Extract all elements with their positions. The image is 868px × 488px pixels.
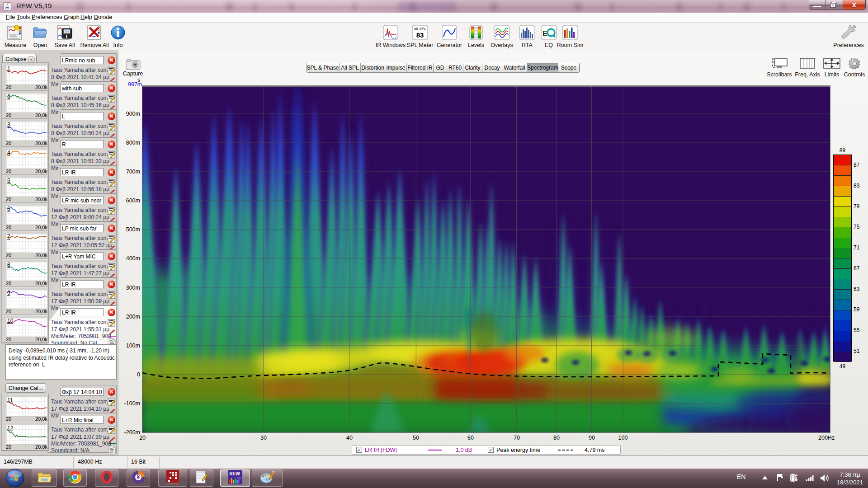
svg-text:V5.1: V5.1 — [237, 476, 242, 479]
svg-text:dB SPL: dB SPL — [414, 27, 426, 31]
svg-text:0: 0 — [476, 27, 477, 29]
svg-text:6: 6 — [476, 33, 477, 36]
svg-text:83: 83 — [416, 31, 424, 39]
svg-text:REW: REW — [229, 471, 240, 476]
svg-text:ΩΣΔ-ΣΚΥΔ: ΩΣΔ-ΣΚΥΔ — [167, 482, 179, 485]
svg-text:3: 3 — [476, 30, 477, 33]
svg-text:9: 9 — [476, 36, 477, 39]
